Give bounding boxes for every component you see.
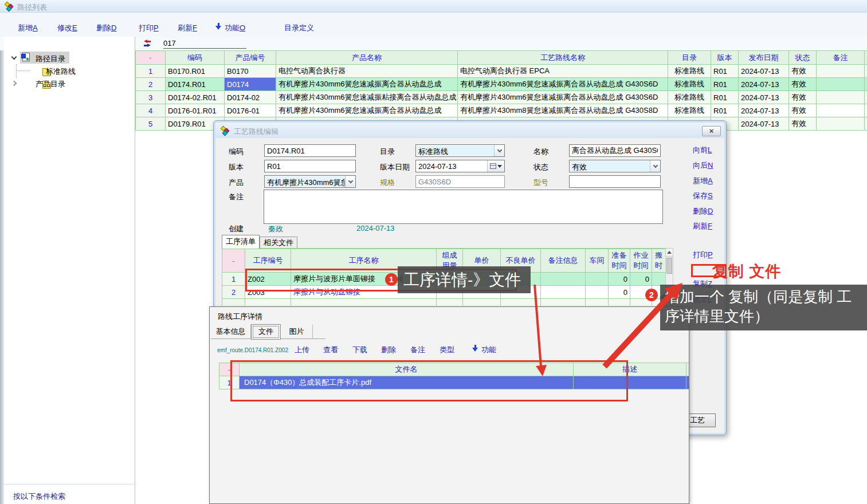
- route-process-detail-dialog: 路线工序详情 基本信息 文件 图片 emf_route.D0174.R01.Z0…: [209, 306, 689, 504]
- download-button[interactable]: 下载: [352, 345, 367, 355]
- delete-button[interactable]: 删除D: [693, 206, 713, 216]
- name-label: 名称: [533, 147, 548, 157]
- code-field[interactable]: [264, 144, 356, 157]
- model-field[interactable]: [569, 175, 661, 188]
- status-select[interactable]: 有效: [569, 160, 661, 172]
- function-menu[interactable]: 功能O: [225, 23, 245, 33]
- print-button[interactable]: 打印P: [139, 23, 159, 33]
- col-remark: 备注: [817, 51, 865, 65]
- remark-button[interactable]: 备注: [410, 345, 425, 355]
- delete-button[interactable]: 删除: [381, 345, 396, 355]
- selected-cell[interactable]: D0174: [225, 78, 276, 91]
- delete-button[interactable]: 删除D: [96, 23, 116, 33]
- add-button[interactable]: 新增A: [693, 176, 713, 186]
- swap-filter-icon[interactable]: [142, 40, 153, 47]
- print-button[interactable]: 打印P: [693, 250, 713, 260]
- window-left-edge: [0, 0, 4, 504]
- version-date-picker[interactable]: 2024-07-13: [415, 160, 505, 172]
- detail-dialog-title: 路线工序详情: [218, 312, 262, 322]
- col-partial: [865, 51, 867, 65]
- catalog-select[interactable]: 标准路线: [415, 144, 505, 157]
- chevron-down-icon[interactable]: [345, 176, 355, 187]
- new-button[interactable]: 新增A: [18, 23, 38, 33]
- main-titlebar: 路径列表: [0, 0, 867, 13]
- version-label: 版本: [229, 162, 244, 172]
- table-row[interactable]: [222, 299, 666, 306]
- dialog-title: 工艺路线编辑: [234, 127, 278, 137]
- backward-button[interactable]: 向后N: [693, 160, 713, 171]
- col-status: 状态: [789, 51, 817, 65]
- sidebar: 路径目录 标准路线 产品目录 按以下条件检索: [4, 37, 135, 504]
- dialog-titlebar: 工艺路线编辑: [215, 123, 724, 138]
- table-row-selected[interactable]: 2 D0174.R01 D0174 有机摩擦片430mm6簧怠速减振离合器从动盘…: [136, 78, 867, 91]
- annotation-copy-note: 复制 文件: [712, 261, 782, 282]
- annotation-tooltip-1: 工序详情-》文件: [398, 266, 531, 293]
- col-catalog: 目录: [668, 51, 711, 65]
- col-route-name: 工艺路线名称: [458, 51, 668, 65]
- tab-related-files[interactable]: 相关文件: [260, 237, 297, 249]
- annotation-badge-1: 1: [385, 273, 398, 286]
- upload-button[interactable]: 上传: [295, 345, 309, 355]
- product-label: 产品: [229, 178, 244, 188]
- type-button[interactable]: 类型: [440, 345, 454, 355]
- route-table: - 编码 产品编号 产品名称 工艺路线名称 目录 版本 发布日期 状态 备注 1…: [135, 50, 867, 131]
- model-label: 型号: [533, 178, 548, 188]
- col-num: -: [136, 51, 166, 65]
- creator-label: 创建: [229, 224, 244, 234]
- route-ref-code: emf_route.D0174.R01.Z002: [217, 347, 288, 353]
- route-table-header: - 编码 产品编号 产品名称 工艺路线名称 目录 版本 发布日期 状态 备注: [136, 51, 867, 65]
- view-button[interactable]: 查看: [323, 345, 338, 355]
- table-row[interactable]: 3 D0174-02.R01 D0174-02 有机摩擦片430mm6簧怠速减振…: [136, 91, 867, 104]
- sidebar-item-route-catalog[interactable]: 路径目录: [36, 54, 65, 64]
- table-row[interactable]: 4 D0176-01.R01 D0176-01 有机摩擦片430mm6簧怠速减振…: [136, 104, 867, 117]
- edit-button[interactable]: 修改E: [57, 23, 77, 33]
- tab-files[interactable]: 文件: [251, 324, 281, 340]
- creator-name: 秦政: [268, 224, 283, 234]
- table-row[interactable]: 1 B0170.R01 B0170 电控气动离合执行器 电控气动离合执行器 EP…: [136, 65, 867, 78]
- scroll-up-icon[interactable]: [666, 249, 673, 257]
- version-field[interactable]: [264, 160, 356, 172]
- spec-field[interactable]: [415, 175, 505, 188]
- tree-connector: [16, 70, 30, 71]
- forward-button[interactable]: 向前L: [693, 145, 712, 155]
- download-arrow-icon: [215, 23, 222, 30]
- status-label: 状态: [533, 162, 548, 172]
- code-label: 编码: [229, 147, 244, 157]
- remark-label: 备注: [229, 192, 244, 202]
- chevron-down-icon[interactable]: [650, 160, 660, 172]
- sidebar-divider: [4, 484, 135, 485]
- scrollbar-thumb[interactable]: [666, 258, 672, 274]
- name-field[interactable]: [569, 144, 661, 157]
- filter-input[interactable]: [163, 38, 246, 49]
- tree-connector: [16, 64, 17, 78]
- tree-collapse-icon[interactable]: [11, 81, 17, 86]
- catalog-define-button[interactable]: 目录定义: [284, 23, 314, 33]
- save-button[interactable]: 保存S: [693, 191, 713, 201]
- catalog-label: 目录: [380, 147, 395, 157]
- tab-basic-info[interactable]: 基本信息: [211, 325, 251, 339]
- tab-images[interactable]: 图片: [281, 325, 313, 339]
- calendar-icon[interactable]: [487, 160, 504, 172]
- refresh-button[interactable]: 刷新F: [178, 23, 197, 33]
- col-product-name: 产品名称: [276, 51, 458, 65]
- annotation-tooltip-2: 增加一个 复制（同是复制 工序详情里文件）: [660, 285, 867, 330]
- tab-process-list[interactable]: 工序清单: [222, 235, 260, 249]
- sidebar-item-product-catalog[interactable]: 产品目录: [36, 79, 65, 89]
- refresh-button[interactable]: 刷新F: [693, 221, 712, 231]
- function-menu[interactable]: 功能: [481, 345, 496, 355]
- search-condition-hint[interactable]: 按以下条件检索: [13, 491, 65, 502]
- window-title: 路径列表: [17, 2, 47, 13]
- tree-expand-icon[interactable]: [11, 54, 17, 60]
- col-code: 编码: [166, 51, 225, 65]
- dialog-icon: [221, 126, 230, 135]
- col-version: 版本: [711, 51, 739, 65]
- sidebar-item-standard-route[interactable]: 标准路线: [46, 66, 76, 77]
- close-icon[interactable]: ×: [702, 126, 721, 136]
- app-icon: [5, 2, 14, 11]
- creator-date: 2024-07-13: [356, 224, 395, 233]
- chevron-down-icon[interactable]: [494, 145, 504, 156]
- remark-field[interactable]: [264, 190, 663, 224]
- product-select[interactable]: 有机摩擦片430mm6簧怠速: [264, 175, 356, 188]
- main-toolbar: 新增A 修改E 删除D 打印P 刷新F 功能O 目录定义: [0, 13, 867, 37]
- annotation-box-file-table: [230, 360, 628, 401]
